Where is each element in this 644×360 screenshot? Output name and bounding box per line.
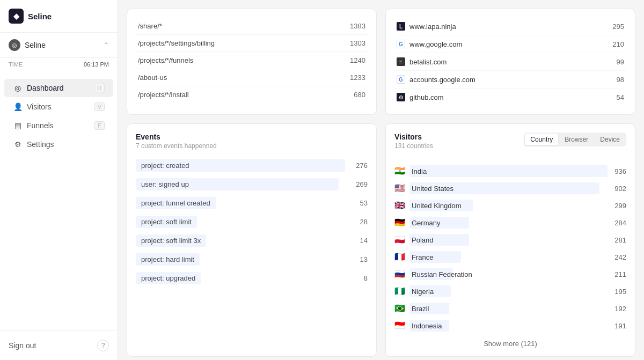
chevron-icon: ⌃ [104,41,109,49]
page-row: /projects/*/funnels 1240 [136,52,368,69]
tab-country[interactable]: Country [525,134,558,145]
event-count: 269 [352,180,368,188]
event-bar: project: created [136,159,345,172]
ref-count: 99 [617,58,624,66]
page-count: 1240 [350,56,365,64]
pages-rows: /share/* 1383 /projects/*/settings/billi… [136,18,368,103]
sidebar-footer: Sign out ? [0,330,118,360]
event-row: project: soft limit 28 [136,212,368,231]
funnels-shortcut: F [94,121,105,130]
dashboard-icon: ◎ [13,84,23,92]
country-name: United Kingdom [409,202,462,210]
sidebar-item-label: Visitors [27,102,52,111]
referrers-panel: L www.lapa.ninja 295 G www.google.com 21… [385,9,635,115]
time-value: 06:13 PM [84,61,109,68]
bottom-panels-row: Events 7 custom events happenned project… [127,123,635,357]
country-name: Poland [409,236,433,244]
time-display: TIME 06:13 PM [0,58,118,74]
referrer-row: L www.lapa.ninja 295 [394,18,626,35]
events-rows: project: created 276 user: signed up 269… [136,156,368,288]
events-title: Events [136,133,368,141]
country-count: 211 [608,270,626,278]
ref-favicon: G [397,40,405,48]
country-row: 🇵🇱 Poland 281 [394,231,626,248]
country-name: Nigeria [409,288,434,296]
country-name: India [409,167,427,175]
sidebar-logo: ◆ Seline [0,0,118,33]
country-count: 281 [608,236,626,244]
visitors-icon: 👤 [13,102,23,111]
country-flag: 🇬🇧 [394,201,405,210]
event-bar: user: signed up [136,178,339,190]
sidebar-item-funnels[interactable]: ▤ Funnels F [4,116,113,135]
page-count: 1303 [350,39,365,47]
events-subtitle: 7 custom events happenned [136,142,368,150]
time-label: TIME [9,61,23,68]
ref-count: 210 [612,40,624,48]
page-url: /share/* [138,22,162,30]
country-count: 936 [608,167,626,175]
country-count: 195 [608,288,626,296]
country-count: 284 [608,219,626,227]
referrer-row: G www.google.com 210 [394,35,626,53]
event-row: project: hard limit 13 [136,250,368,269]
page-url: /projects/*/settings/billing [138,39,215,47]
ref-favicon: G [397,75,405,84]
settings-icon: ⚙ [13,140,23,149]
funnels-icon: ▤ [13,121,23,130]
page-url: /projects/*/funnels [138,56,193,64]
logo-icon: ◆ [9,9,24,24]
tab-browser[interactable]: Browser [559,134,594,145]
event-count: 14 [352,237,368,245]
sidebar-item-dashboard[interactable]: ◎ Dashboard D [4,79,113,97]
country-count: 299 [608,202,626,210]
event-row: user: signed up 269 [136,175,368,194]
events-panel: Events 7 custom events happenned project… [127,123,377,357]
event-row: project: funnel created 53 [136,194,368,212]
referrers-rows: L www.lapa.ninja 295 G www.google.com 21… [394,18,626,106]
sidebar-item-visitors[interactable]: 👤 Visitors V [4,98,113,116]
ref-count: 295 [612,23,624,31]
tab-device[interactable]: Device [595,134,625,145]
account-switcher[interactable]: ◎ Seline ⌃ [0,33,118,58]
sign-out-button[interactable]: Sign out [9,341,36,350]
country-flag: 🇧🇷 [394,304,405,313]
page-row: /about-us 1233 [136,69,368,86]
help-button[interactable]: ? [97,340,109,351]
account-name: Seline [25,41,46,49]
country-row: 🇧🇷 Brazil 192 [394,300,626,317]
page-row: /projects/*/settings/billing 1303 [136,35,368,52]
event-row: project: soft limit 3x 14 [136,231,368,250]
page-count: 1383 [350,22,365,30]
sidebar-item-settings[interactable]: ⚙ Settings [4,135,113,153]
ref-count: 98 [617,76,624,84]
main-content: /share/* 1383 /projects/*/settings/billi… [118,0,644,360]
referrer-row: G accounts.google.com 98 [394,71,626,89]
country-count: 242 [608,253,626,261]
sidebar-item-label: Funnels [27,121,54,130]
country-flag: 🇷🇺 [394,270,405,278]
country-bar [409,165,608,177]
logo-text: Seline [28,12,52,21]
country-flag: 🇺🇸 [394,184,405,193]
sidebar-nav: ◎ Dashboard D 👤 Visitors V ▤ Funnels F ⚙… [0,74,118,330]
country-row: 🇺🇸 United States 902 [394,180,626,197]
referrer-row: ⊙ github.com 54 [394,89,626,106]
country-flag: 🇵🇱 [394,236,405,244]
dashboard-shortcut: D [94,84,105,92]
page-count: 680 [354,91,365,99]
country-name: Russian Federation [409,270,472,278]
ref-domain: github.com [409,93,444,101]
event-bar: project: upgraded [136,272,201,284]
ref-domain: betalist.com [409,58,447,66]
page-count: 1233 [350,74,365,82]
country-row: 🇬🇧 United Kingdom 299 [394,197,626,214]
show-more-button[interactable]: Show more (121) [394,334,626,348]
country-row: 🇮🇩 Indonesia 191 [394,317,626,334]
country-flag: 🇳🇬 [394,287,405,296]
ref-domain: accounts.google.com [409,76,475,84]
account-icon: ◎ [9,39,20,51]
country-name: France [409,253,433,261]
country-flag: 🇮🇳 [394,167,405,175]
visitors-shortcut: V [94,102,105,111]
